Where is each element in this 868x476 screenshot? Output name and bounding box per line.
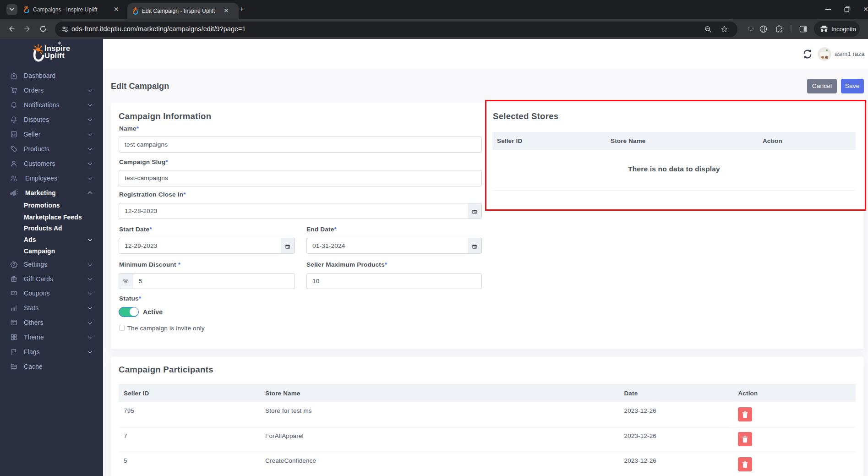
- svg-text:1 2 3: 1 2 3: [12, 292, 17, 295]
